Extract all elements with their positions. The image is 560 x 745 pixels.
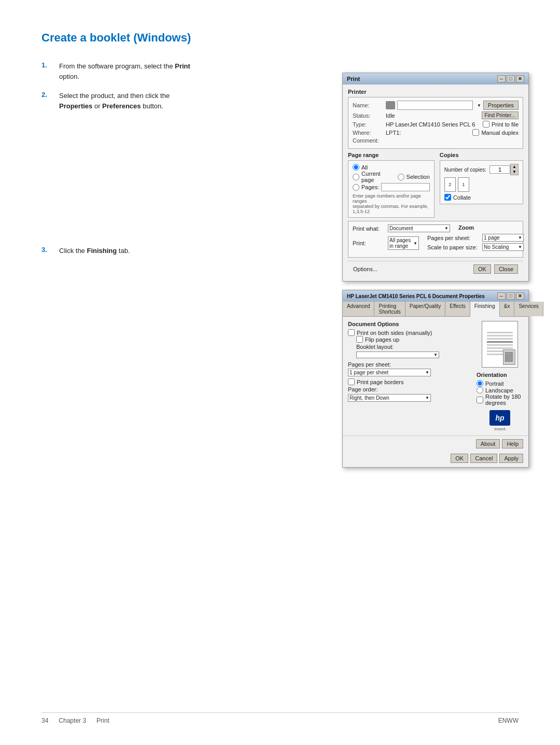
finishing-pages-per-sheet-dropdown[interactable]: 1 page per sheet ▼ <box>348 369 431 376</box>
close-button-print[interactable]: Close <box>494 264 518 274</box>
page-preview <box>482 321 518 368</box>
chapter-detail: Print <box>96 717 109 724</box>
collate-page-num-1: 1 <box>462 182 465 187</box>
finishing-ok-button[interactable]: OK <box>451 454 468 463</box>
printer-section-label: Printer <box>348 89 523 95</box>
copies-box: Number of copies: ▲ ▼ <box>440 160 523 204</box>
properties-button[interactable]: Properties <box>483 101 519 110</box>
minimize-button[interactable]: ─ <box>497 75 506 82</box>
hp-tagline: invent <box>494 427 505 431</box>
portrait-radio[interactable] <box>477 380 483 387</box>
current-page-radio[interactable] <box>353 174 359 180</box>
options-link[interactable]: Options... <box>353 266 377 272</box>
tab-finishing[interactable]: Finishing <box>470 302 500 317</box>
finishing-close-button[interactable]: ✕ <box>516 292 524 300</box>
landscape-radio[interactable] <box>477 387 483 393</box>
step-3-text: Click the Finishing tab. <box>59 246 130 256</box>
finishing-right: Orientation Portrait Landscape Rotate by… <box>477 321 523 431</box>
current-page-label: Current page <box>361 171 390 183</box>
finishing-dialog-titlebar: HP LaserJet CM1410 Series PCL 6 Document… <box>343 290 528 302</box>
find-printer-button[interactable]: Find Printer... <box>482 111 519 119</box>
step-2-number: 2. <box>41 91 57 99</box>
print-row: Print: All pages in range ▼ Pages per sh… <box>353 234 519 252</box>
selection-radio[interactable] <box>398 174 404 180</box>
svg-rect-0 <box>505 352 512 361</box>
page-title: Create a booklet (Windows) <box>41 31 519 45</box>
copies-number-input[interactable] <box>489 165 510 174</box>
collate-checkbox[interactable] <box>444 194 451 201</box>
finishing-cancel-button[interactable]: Cancel <box>470 454 497 463</box>
comment-label: Comment: <box>353 137 384 144</box>
booklet-layout-dropdown[interactable]: ▼ <box>356 352 439 358</box>
all-radio[interactable] <box>353 164 359 171</box>
print-value-dropdown[interactable]: All pages in range ▼ <box>388 236 419 250</box>
print-page-borders-checkbox[interactable] <box>348 378 355 385</box>
pages-per-sheet-dropdown[interactable]: 1 page ▼ <box>482 234 524 242</box>
printer-where-row: Where: LPT1: Manual duplex <box>353 129 519 136</box>
page-range-label: Page range <box>348 152 435 158</box>
page-order-value: Right, then Down <box>349 395 389 401</box>
print-dialog-footer: Options... OK Close <box>348 261 523 277</box>
page-order-dropdown[interactable]: Right, then Down ▼ <box>348 394 431 402</box>
about-button[interactable]: About <box>476 439 500 448</box>
flip-pages-label: Flip pages up <box>365 336 399 343</box>
booklet-layout-label: Booklet layout: <box>356 344 394 350</box>
tab-printing-shortcuts[interactable]: Printing Shortcuts <box>374 302 405 316</box>
print-dialog-titlebar-buttons: ─ □ ✕ <box>497 75 524 82</box>
all-radio-row: All <box>353 164 430 171</box>
copies-spinner-group: ▲ ▼ <box>489 164 519 175</box>
landscape-label: Landscape <box>485 387 513 393</box>
pages-radio-row: Pages: <box>353 183 430 191</box>
print-what-dropdown[interactable]: Document ▼ <box>388 224 450 232</box>
printer-name-input[interactable] <box>397 101 473 110</box>
orientation-section: Orientation Portrait Landscape Rotate by… <box>477 372 523 406</box>
collate-icon-1: 2 <box>444 177 456 192</box>
scale-dropdown[interactable]: No Scaling ▼ <box>482 243 524 251</box>
finishing-maximize-button[interactable]: □ <box>507 292 515 300</box>
page-footer: 34 Chapter 3 Print ENWW <box>41 712 519 724</box>
finishing-ok-cancel-area: OK Cancel Apply <box>343 452 528 467</box>
maximize-button[interactable]: □ <box>507 75 515 82</box>
zoom-section: Zoom <box>458 224 474 232</box>
tab-effects[interactable]: Effects <box>445 302 470 316</box>
chapter-label: Chapter 3 <box>59 717 86 724</box>
collate-label: Collate <box>453 194 471 201</box>
ok-button[interactable]: OK <box>473 264 491 274</box>
manual-duplex-label: Manual duplex <box>481 130 519 136</box>
page-range-box: All Current page Selection Pages: <box>348 160 435 218</box>
portrait-radio-row: Portrait <box>477 380 523 387</box>
where-label: Where: <box>353 130 384 136</box>
tab-services[interactable]: Services <box>514 302 543 316</box>
zoom-label-row: Zoom <box>458 224 474 231</box>
type-label: Type: <box>353 121 384 128</box>
help-button[interactable]: Help <box>502 439 523 448</box>
copies-section: Copies Number of copies: ▲ ▼ <box>440 152 523 221</box>
page-number: 34 <box>41 717 48 724</box>
name-label: Name: <box>353 102 384 108</box>
preview-line-6 <box>487 347 513 349</box>
rotate-checkbox[interactable] <box>477 397 483 403</box>
finishing-minimize-button[interactable]: ─ <box>497 292 506 300</box>
page-range-left: Page range All Current page Selection <box>348 152 435 221</box>
copies-number-row: Number of copies: ▲ ▼ <box>444 164 519 175</box>
close-button[interactable]: ✕ <box>516 75 524 82</box>
manual-duplex-checkbox[interactable] <box>472 129 479 136</box>
print-both-sides-checkbox[interactable] <box>348 329 355 336</box>
tab-advanced[interactable]: Advanced <box>343 302 374 316</box>
pages-input[interactable] <box>381 183 430 191</box>
pages-radio[interactable] <box>353 184 359 191</box>
tab-paper-quality[interactable]: Paper/Quality <box>405 302 446 316</box>
printer-name-row: Name: ▼ Properties <box>353 101 519 110</box>
tab-x[interactable]: &x <box>500 302 515 316</box>
print-what-dropdown-arrow: ▼ <box>444 226 449 231</box>
finishing-apply-button[interactable]: Apply <box>499 454 523 463</box>
pages-per-sheet-row: Pages per sheet: 1 page ▼ <box>427 234 524 242</box>
flip-pages-checkbox[interactable] <box>356 336 363 343</box>
step-1-text: From the software program, select the Pr… <box>59 61 204 81</box>
copies-up-button[interactable]: ▲ <box>511 164 518 170</box>
printer-name-dropdown-arrow[interactable]: ▼ <box>477 103 481 108</box>
pages-per-sheet-section-label: Pages per sheet: <box>348 361 472 368</box>
booklet-layout-dropdown-wrap: ▼ <box>356 352 472 358</box>
print-to-file-checkbox[interactable] <box>483 121 489 128</box>
copies-down-button[interactable]: ▼ <box>511 170 518 175</box>
